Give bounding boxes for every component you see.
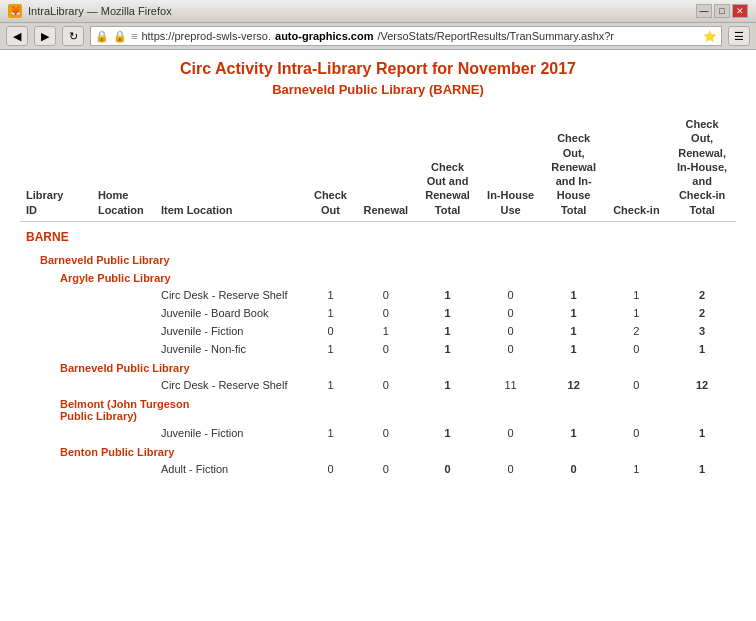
cell-lib-id — [20, 304, 92, 322]
cell-lib-id — [20, 340, 92, 358]
cell-co-renewal-inhouse-checkin: 1 — [668, 424, 736, 442]
col-header-co-renewal-inhouse-checkin: CheckOut,Renewal,In-House,andCheck-inTot… — [668, 113, 736, 222]
subgroup-label: Argyle Public Library — [20, 268, 736, 286]
cell-checkin: 1 — [605, 304, 669, 322]
window-title: IntraLibrary — Mozilla Firefox — [28, 5, 172, 17]
cell-co-renewal-total: 1 — [417, 376, 479, 394]
cell-inhouse-use: 0 — [478, 322, 542, 340]
cell-item-location: Juvenile - Board Book — [155, 304, 306, 322]
cell-check-out: 0 — [306, 322, 355, 340]
cell-item-location: Juvenile - Non-fic — [155, 340, 306, 358]
cell-item-location: Juvenile - Fiction — [155, 322, 306, 340]
cell-inhouse-use: 0 — [478, 424, 542, 442]
cell-checkin: 0 — [605, 340, 669, 358]
cell-co-renewal-inhouse: 12 — [543, 376, 605, 394]
cell-co-renewal-inhouse: 1 — [543, 424, 605, 442]
minimize-button[interactable]: — — [696, 4, 712, 18]
cell-renewal: 0 — [355, 304, 417, 322]
cell-co-renewal-total: 0 — [417, 460, 479, 478]
table-row: Juvenile - Fiction1010101 — [20, 424, 736, 442]
cell-co-renewal-total: 1 — [417, 424, 479, 442]
cell-item-location: Circ Desk - Reserve Shelf — [155, 376, 306, 394]
cell-lib-id — [20, 460, 92, 478]
cell-co-renewal-inhouse-checkin: 3 — [668, 322, 736, 340]
cell-inhouse-use: 0 — [478, 460, 542, 478]
cell-home-loc — [92, 304, 155, 322]
refresh-button[interactable]: ↻ — [62, 26, 84, 46]
cell-lib-id — [20, 286, 92, 304]
table-row: Juvenile - Board Book1010112 — [20, 304, 736, 322]
table-row: Adult - Fiction0000011 — [20, 460, 736, 478]
cell-inhouse-use: 0 — [478, 304, 542, 322]
cell-co-renewal-inhouse-checkin: 2 — [668, 286, 736, 304]
close-button[interactable]: ✕ — [732, 4, 748, 18]
cell-co-renewal-total: 1 — [417, 322, 479, 340]
subgroup-label: Belmont (John TurgesonPublic Library) — [20, 394, 736, 424]
col-header-item-loc: Item Location — [155, 113, 306, 222]
cell-inhouse-use: 0 — [478, 340, 542, 358]
cell-home-loc — [92, 322, 155, 340]
page-content: Circ Activity Intra-Library Report for N… — [0, 50, 756, 613]
group-label: Barneveld Public Library — [20, 248, 736, 268]
table-header-row: LibraryID HomeLocation Item Location Che… — [20, 113, 736, 222]
col-header-co-renewal-total: CheckOut andRenewalTotal — [417, 113, 479, 222]
cell-checkin: 0 — [605, 424, 669, 442]
cell-renewal: 0 — [355, 460, 417, 478]
subgroup-header-row: Barneveld Public Library — [20, 358, 736, 376]
address-bar[interactable]: 🔒 🔒 ≡ https://preprod-swls-verso.auto-gr… — [90, 26, 722, 46]
cell-check-out: 1 — [306, 424, 355, 442]
subgroup-header-row: Belmont (John TurgesonPublic Library) — [20, 394, 736, 424]
col-header-lib-id: LibraryID — [20, 113, 92, 222]
cell-co-renewal-inhouse-checkin: 1 — [668, 460, 736, 478]
window-controls: — □ ✕ — [696, 4, 748, 18]
cell-co-renewal-total: 1 — [417, 304, 479, 322]
cell-checkin: 2 — [605, 322, 669, 340]
cell-checkin: 1 — [605, 286, 669, 304]
url-prefix: https://preprod-swls-verso. — [141, 30, 271, 42]
cell-item-location: Circ Desk - Reserve Shelf — [155, 286, 306, 304]
menu-button[interactable]: ☰ — [728, 26, 750, 46]
cell-check-out: 1 — [306, 286, 355, 304]
cell-home-loc — [92, 424, 155, 442]
col-header-co-renewal-inhouse: CheckOut,Renewaland In-HouseTotal — [543, 113, 605, 222]
cell-checkin: 1 — [605, 460, 669, 478]
nav-bar: ◀ ▶ ↻ 🔒 🔒 ≡ https://preprod-swls-verso.a… — [0, 23, 756, 49]
cell-lib-id — [20, 424, 92, 442]
cell-co-renewal-total: 1 — [417, 340, 479, 358]
cell-inhouse-use: 0 — [478, 286, 542, 304]
back-button[interactable]: ◀ — [6, 26, 28, 46]
title-bar: 🦊 IntraLibrary — Mozilla Firefox — □ ✕ — [0, 0, 756, 23]
col-header-checkin: Check-in — [605, 113, 669, 222]
cell-home-loc — [92, 376, 155, 394]
cell-lib-id — [20, 376, 92, 394]
cell-renewal: 0 — [355, 424, 417, 442]
table-row: Juvenile - Fiction0110123 — [20, 322, 736, 340]
maximize-button[interactable]: □ — [714, 4, 730, 18]
subgroup-header-row: Argyle Public Library — [20, 268, 736, 286]
col-header-home-loc: HomeLocation — [92, 113, 155, 222]
report-table: LibraryID HomeLocation Item Location Che… — [20, 113, 736, 478]
cell-item-location: Juvenile - Fiction — [155, 424, 306, 442]
title-bar-left: 🦊 IntraLibrary — Mozilla Firefox — [8, 4, 172, 18]
cell-co-renewal-inhouse-checkin: 12 — [668, 376, 736, 394]
cell-check-out: 1 — [306, 340, 355, 358]
col-header-check-out: CheckOut — [306, 113, 355, 222]
cell-inhouse-use: 11 — [478, 376, 542, 394]
cell-renewal: 0 — [355, 376, 417, 394]
cell-co-renewal-inhouse-checkin: 1 — [668, 340, 736, 358]
forward-button[interactable]: ▶ — [34, 26, 56, 46]
subgroup-label: Barneveld Public Library — [20, 358, 736, 376]
cell-co-renewal-inhouse: 1 — [543, 304, 605, 322]
cell-co-renewal-total: 1 — [417, 286, 479, 304]
cell-renewal: 0 — [355, 340, 417, 358]
cell-renewal: 1 — [355, 322, 417, 340]
cell-check-out: 1 — [306, 304, 355, 322]
section-label: BARNE — [20, 222, 736, 249]
table-row: Circ Desk - Reserve Shelf1010112 — [20, 286, 736, 304]
col-header-renewal: Renewal — [355, 113, 417, 222]
cell-home-loc — [92, 460, 155, 478]
cell-checkin: 0 — [605, 376, 669, 394]
cell-co-renewal-inhouse: 1 — [543, 322, 605, 340]
browser-icon: 🦊 — [8, 4, 22, 18]
cell-co-renewal-inhouse-checkin: 2 — [668, 304, 736, 322]
